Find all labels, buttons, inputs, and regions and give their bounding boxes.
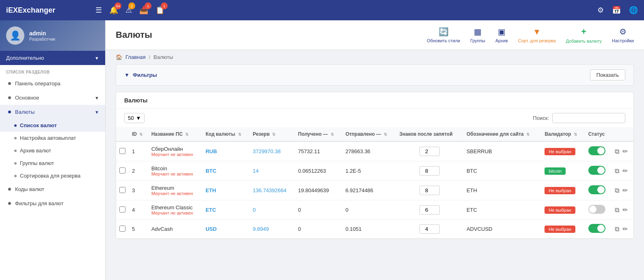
username: admin [29, 30, 55, 37]
col-site-label[interactable]: Обозначение для сайта ⇅ [463, 127, 542, 141]
per-page-select[interactable]: 50 ▼ [124, 113, 145, 123]
sidebar-sub-label: Группы валют [20, 160, 54, 166]
sidebar-sub-item-autopayouts[interactable]: Настройка автовыплат [0, 132, 105, 144]
warnings-icon[interactable]: ⚠ 2 [125, 6, 132, 15]
sidebar-sub-item-groups[interactable]: Группы валют [0, 157, 105, 169]
edit-icon[interactable]: ✏ [622, 167, 628, 175]
row-checkbox[interactable] [119, 148, 125, 154]
cell-received: 0 [295, 220, 342, 239]
breadcrumb-home[interactable]: Главная [125, 54, 145, 60]
cell-validator[interactable]: Не выбран [541, 200, 585, 220]
sidebar-sub-label: Архив валют [20, 148, 51, 154]
cell-sent: 0 [342, 200, 396, 220]
status-toggle[interactable] [588, 166, 605, 175]
docs-icon[interactable]: 📋 1 [156, 6, 164, 15]
status-toggle[interactable] [588, 185, 605, 194]
cell-status[interactable] [585, 181, 612, 200]
content-area: ▼ Фильтры Показать Валюты 50 ▼ Поиск: [106, 64, 644, 249]
cell-reserve[interactable]: 3729970.38 [249, 141, 295, 161]
cell-decimal [396, 161, 463, 181]
show-filter-button[interactable]: Показать [590, 69, 625, 80]
copy-icon[interactable]: ⧉ [615, 226, 619, 233]
sidebar-item-operator[interactable]: Панель оператора [0, 76, 105, 91]
copy-icon[interactable]: ⧉ [615, 148, 619, 155]
edit-icon[interactable]: ✏ [622, 225, 628, 233]
action-btn-refresh-styles[interactable]: 🔄 Обновить стили [427, 27, 460, 43]
globe-icon[interactable]: 🌐 [629, 6, 638, 15]
sidebar-sub-item-list[interactable]: Список валют [0, 119, 105, 132]
action-btn-settings[interactable]: ⚙ Настройки [612, 27, 634, 43]
status-toggle[interactable] [588, 224, 605, 233]
sidebar-item-filters[interactable]: Фильтры для валют [0, 196, 105, 211]
cell-status[interactable] [585, 220, 612, 239]
sidebar-dop-section[interactable]: Дополнительно ▼ [0, 51, 105, 65]
downloads-icon[interactable]: 📥 1 [139, 6, 148, 15]
sidebar-item-codes[interactable]: Коды валют [0, 182, 105, 196]
settings-icon[interactable]: ⚙ [597, 6, 604, 15]
status-toggle[interactable] [588, 146, 605, 155]
chevron-down-icon: ▼ [95, 56, 99, 61]
action-btn-add[interactable]: + Добавить валюту [566, 26, 602, 43]
cell-sent: 6.92174486 [342, 181, 396, 200]
copy-icon[interactable]: ⧉ [615, 167, 619, 175]
header-right-icons: ⚙ 📅 🌐 [597, 6, 638, 15]
row-checkbox[interactable] [119, 167, 125, 174]
col-reserve[interactable]: Резерв ⇅ [249, 127, 295, 141]
sidebar-item-valyuty[interactable]: Валюты ▼ [0, 105, 105, 119]
user-role: Разработчик [29, 37, 55, 41]
sidebar-item-osnovnoe[interactable]: Основное ▼ [0, 91, 105, 105]
col-actions [612, 127, 633, 141]
col-received[interactable]: Получено — ⇅ [295, 127, 342, 141]
row-checkbox[interactable] [119, 206, 125, 213]
notifications-icon[interactable]: 🔔 64 [109, 6, 118, 15]
edit-icon[interactable]: ✏ [622, 206, 628, 214]
validator-badge: Не выбран [545, 226, 575, 233]
status-toggle[interactable] [588, 205, 605, 214]
action-btn-sort[interactable]: ▼ Сорт. для резерва [518, 27, 556, 43]
cell-status[interactable] [585, 200, 612, 220]
search-input[interactable] [552, 113, 625, 123]
cell-actions: ⧉ ✏ [612, 161, 633, 181]
dot-icon [14, 124, 17, 127]
col-name[interactable]: Название ПС ⇅ [148, 127, 203, 141]
copy-icon[interactable]: ⧉ [615, 187, 619, 194]
calendar-icon[interactable]: 📅 [612, 6, 621, 15]
action-btn-archive[interactable]: ▣ Архив [495, 27, 508, 43]
cell-reserve[interactable]: 0 [249, 200, 295, 220]
cell-decimal [396, 200, 463, 220]
col-id[interactable]: ID ⇅ [129, 127, 148, 141]
cell-reserve[interactable]: 9.8949 [249, 220, 295, 239]
sidebar-item-label: Коды валют [15, 186, 44, 192]
archive-icon: ▣ [498, 27, 506, 37]
cell-site-label: SBERRUB [463, 141, 542, 161]
filter-bar: ▼ Фильтры Показать [116, 64, 634, 86]
action-label: Обновить стили [427, 38, 460, 43]
col-code[interactable]: Код валюты ⇅ [202, 127, 249, 141]
copy-icon[interactable]: ⧉ [615, 206, 619, 214]
menu-icon[interactable]: ☰ [95, 6, 102, 15]
sidebar-sub-item-sort[interactable]: Сортировка для резерва [0, 169, 105, 182]
edit-icon[interactable]: ✏ [622, 187, 628, 194]
col-validator[interactable]: Валидатор ⇅ [541, 127, 585, 141]
breadcrumb-separator: / [149, 54, 150, 60]
cell-validator[interactable]: Не выбран [541, 220, 585, 239]
cell-validator[interactable]: Не выбран [541, 181, 585, 200]
cell-validator[interactable]: bitcoin [541, 161, 585, 181]
row-checkbox[interactable] [119, 187, 125, 193]
cell-reserve[interactable]: 136.74392664 [249, 181, 295, 200]
filter-label[interactable]: ▼ Фильтры [124, 72, 157, 78]
sidebar-sub-item-archive[interactable]: Архив валют [0, 144, 105, 157]
cell-reserve[interactable]: 14 [249, 161, 295, 181]
sidebar-item-label: Панель оператора [15, 80, 61, 87]
action-btn-groups[interactable]: ▦ Группы [470, 27, 485, 43]
table-title: Валюты [116, 92, 633, 109]
edit-icon[interactable]: ✏ [622, 148, 628, 155]
cell-status[interactable] [585, 161, 612, 181]
action-label: Добавить валюту [566, 39, 602, 43]
col-sent[interactable]: Отправлено — ⇅ [342, 127, 396, 141]
cell-code: BTC [202, 161, 249, 181]
cell-status[interactable] [585, 141, 612, 161]
row-checkbox[interactable] [119, 226, 125, 232]
cell-validator[interactable]: Не выбран [541, 141, 585, 161]
sidebar-sub-label: Настройка автовыплат [20, 135, 76, 141]
